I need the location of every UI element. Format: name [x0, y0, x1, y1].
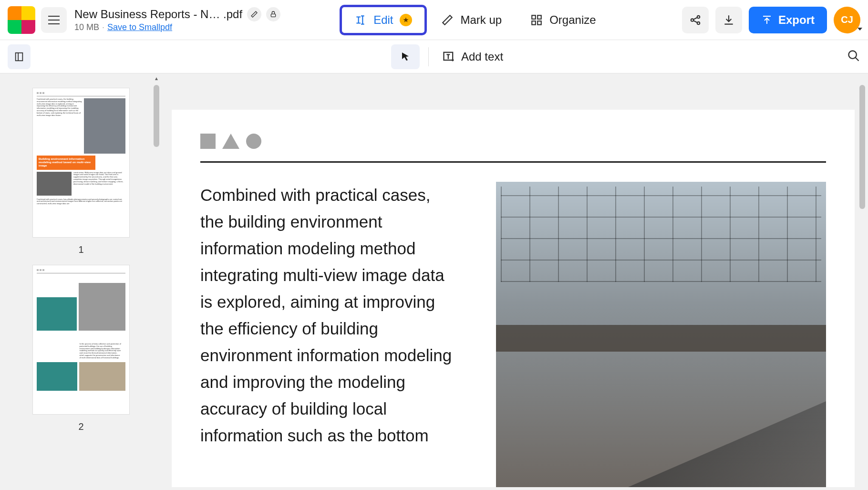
svg-rect-2	[537, 15, 541, 19]
document-page[interactable]: Combined with practical cases, the build…	[172, 110, 855, 487]
page-header-shapes	[200, 134, 826, 149]
pencil-icon	[441, 14, 454, 26]
export-button[interactable]: Export	[749, 7, 827, 33]
svg-rect-1	[532, 15, 536, 19]
thumbnail-number-2: 2	[32, 421, 130, 432]
search-icon	[847, 49, 860, 63]
user-avatar[interactable]: CJ	[834, 7, 860, 33]
thumbnail-orange-title: Building environment information modelin…	[37, 156, 95, 170]
avatar-initials: CJ	[841, 14, 853, 25]
cursor-icon	[400, 51, 411, 63]
save-link[interactable]: Save to Smallpdf	[107, 22, 172, 32]
document-body-text[interactable]: Combined with practical cases, the build…	[200, 182, 458, 487]
file-size: 10 MB	[74, 22, 99, 32]
viewer-scrollbar[interactable]	[859, 85, 865, 209]
document-viewer[interactable]: Combined with practical cases, the build…	[162, 73, 868, 490]
tab-markup[interactable]: Mark up	[427, 5, 516, 35]
file-title[interactable]: New Business Reports - N… .pdf	[74, 8, 242, 21]
share-button[interactable]	[682, 7, 709, 33]
share-icon	[689, 14, 702, 26]
rename-button[interactable]	[247, 7, 261, 21]
svg-rect-3	[532, 21, 536, 25]
workspace: ▴ Combined with practical cases, the bui…	[0, 73, 868, 490]
add-text-tool[interactable]: Add text	[437, 50, 508, 63]
circle-icon	[246, 134, 261, 149]
document-image[interactable]	[496, 182, 826, 487]
file-info-block: New Business Reports - N… .pdf 10 MB · S…	[74, 7, 280, 32]
menu-button[interactable]	[41, 7, 67, 33]
thumbnail-number-1: 1	[32, 244, 130, 255]
add-text-label: Add text	[461, 50, 503, 63]
sub-toolbar: Add text	[0, 40, 868, 73]
tab-edit[interactable]: Edit	[340, 5, 427, 35]
thumbnails-scrollbar[interactable]	[154, 85, 159, 147]
square-icon	[200, 134, 216, 149]
pencil-icon	[250, 10, 258, 18]
star-icon	[403, 17, 409, 23]
lock-button[interactable]	[266, 7, 280, 21]
thumbnails-toggle[interactable]	[8, 44, 31, 69]
scroll-arrow-up[interactable]: ▴	[153, 74, 160, 82]
text-cursor-icon	[354, 14, 367, 26]
thumbnail-page-1[interactable]: Combined with practical cases, the build…	[32, 88, 130, 255]
separator	[428, 47, 429, 66]
triangle-icon	[222, 134, 239, 149]
lock-icon	[269, 10, 277, 18]
svg-rect-8	[16, 52, 23, 61]
svg-rect-4	[537, 21, 541, 25]
thumbnails-panel: ▴ Combined with practical cases, the bui…	[0, 73, 162, 490]
download-icon	[723, 14, 735, 26]
top-header: New Business Reports - N… .pdf 10 MB · S…	[0, 0, 868, 40]
upload-icon	[761, 14, 773, 26]
search-button[interactable]	[847, 49, 860, 64]
hamburger-icon	[48, 16, 60, 24]
svg-point-10	[849, 51, 857, 58]
tab-markup-label: Mark up	[460, 13, 502, 27]
tab-organize-label: Organize	[549, 13, 596, 27]
tab-edit-label: Edit	[373, 13, 393, 27]
download-button[interactable]	[715, 7, 742, 33]
grid-icon	[530, 14, 543, 26]
thumbnail-page-2[interactable]: In the process of data collection and pr…	[32, 265, 130, 432]
premium-badge	[400, 14, 412, 26]
export-label: Export	[778, 13, 815, 27]
app-logo[interactable]	[8, 6, 35, 34]
page-divider	[200, 161, 826, 163]
tab-organize[interactable]: Organize	[516, 5, 610, 35]
panel-icon	[14, 50, 24, 63]
select-tool[interactable]	[391, 44, 420, 69]
mode-tabs: Edit Mark up Organize	[340, 5, 610, 35]
dot-separator: ·	[102, 22, 104, 32]
text-box-icon	[442, 50, 455, 63]
svg-rect-0	[271, 14, 275, 17]
